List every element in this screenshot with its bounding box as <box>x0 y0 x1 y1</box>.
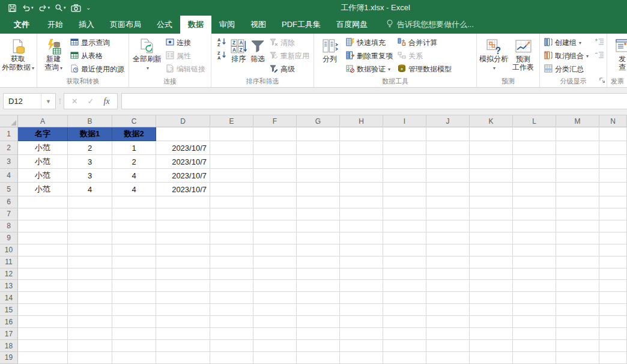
cell-M16[interactable] <box>556 316 599 328</box>
cell-C17[interactable] <box>112 328 156 340</box>
cell-K15[interactable] <box>470 304 513 316</box>
cell-G8[interactable] <box>297 220 340 232</box>
hide-detail-button[interactable] <box>592 49 607 62</box>
cell-D6[interactable] <box>156 196 210 208</box>
row-header-2[interactable]: 2 <box>0 141 18 155</box>
cell-J2[interactable] <box>426 141 470 155</box>
cell-N18[interactable] <box>599 340 627 352</box>
cell-L5[interactable] <box>513 183 556 196</box>
cell-A9[interactable] <box>18 232 68 244</box>
row-header-13[interactable]: 13 <box>0 280 18 292</box>
cell-F1[interactable] <box>253 127 297 141</box>
cell-M7[interactable] <box>556 208 599 220</box>
cell-M3[interactable] <box>556 155 599 169</box>
cell-D12[interactable] <box>156 268 210 281</box>
cell-L9[interactable] <box>513 232 556 244</box>
tab-view[interactable]: 视图 <box>243 16 274 34</box>
row-header-11[interactable]: 11 <box>0 256 18 268</box>
cell-D5[interactable]: 2023/10/7 <box>156 183 210 196</box>
redo-button[interactable]: ▾ <box>37 2 52 13</box>
row-header-1[interactable]: 1 <box>0 127 18 141</box>
invoice-lookup-button[interactable]: 发 查 <box>609 35 627 76</box>
remove-duplicates-button[interactable]: 删除重复项 <box>344 49 395 62</box>
cell-I13[interactable] <box>383 280 426 292</box>
undo-dropdown-icon[interactable]: ▾ <box>31 5 34 10</box>
cell-N14[interactable] <box>599 292 627 304</box>
show-detail-button[interactable] <box>592 36 607 49</box>
cell-E18[interactable] <box>210 340 253 352</box>
cell-M13[interactable] <box>556 280 599 292</box>
cell-N12[interactable] <box>599 268 627 281</box>
cell-J9[interactable] <box>426 232 470 244</box>
cell-E5[interactable] <box>210 183 253 196</box>
cell-L2[interactable] <box>513 141 556 155</box>
cell-D2[interactable]: 2023/10/7 <box>156 141 210 155</box>
cell-L3[interactable] <box>513 155 556 169</box>
cell-G3[interactable] <box>297 155 340 169</box>
cell-H10[interactable] <box>340 244 383 256</box>
cell-H6[interactable] <box>340 196 383 208</box>
row-header-4[interactable]: 4 <box>0 169 18 183</box>
sort-descending-button[interactable]: ZA <box>214 49 229 62</box>
filter-button[interactable]: 筛选 <box>249 35 267 76</box>
column-header-B[interactable]: B <box>68 115 112 127</box>
cell-M18[interactable] <box>556 340 599 352</box>
cell-B3[interactable]: 3 <box>68 155 112 169</box>
cell-H11[interactable] <box>340 256 383 268</box>
cell-N11[interactable] <box>599 256 627 268</box>
cell-A19[interactable] <box>18 352 68 364</box>
cell-B9[interactable] <box>68 232 112 244</box>
row-header-15[interactable]: 15 <box>0 304 18 316</box>
column-header-N[interactable]: N <box>599 115 627 127</box>
cell-E10[interactable] <box>210 244 253 256</box>
column-header-I[interactable]: I <box>383 115 426 127</box>
cell-E4[interactable] <box>210 169 253 183</box>
cell-I12[interactable] <box>383 268 426 281</box>
cell-A10[interactable] <box>18 244 68 256</box>
column-header-H[interactable]: H <box>340 115 383 127</box>
row-header-8[interactable]: 8 <box>0 220 18 232</box>
cell-H8[interactable] <box>340 220 383 232</box>
camera-button[interactable] <box>69 3 83 13</box>
tab-file[interactable]: 文件 <box>4 16 40 34</box>
cell-M9[interactable] <box>556 232 599 244</box>
cell-H9[interactable] <box>340 232 383 244</box>
from-table-button[interactable]: 从表格 <box>68 49 127 62</box>
column-header-J[interactable]: J <box>426 115 470 127</box>
cell-I4[interactable] <box>383 169 426 183</box>
cell-D3[interactable]: 2023/10/7 <box>156 155 210 169</box>
row-header-5[interactable]: 5 <box>0 183 18 196</box>
cell-F18[interactable] <box>253 340 297 352</box>
cell-H18[interactable] <box>340 340 383 352</box>
column-header-D[interactable]: D <box>156 115 210 127</box>
cell-A1[interactable]: 名字 <box>18 127 68 141</box>
cell-D14[interactable] <box>156 292 210 304</box>
cell-F19[interactable] <box>253 352 297 364</box>
cell-A16[interactable] <box>18 316 68 328</box>
cell-H14[interactable] <box>340 292 383 304</box>
cell-G6[interactable] <box>297 196 340 208</box>
cell-B18[interactable] <box>68 340 112 352</box>
tab-baidu-netdisk[interactable]: 百度网盘 <box>329 16 375 34</box>
cell-I5[interactable] <box>383 183 426 196</box>
column-header-K[interactable]: K <box>470 115 513 127</box>
cell-H17[interactable] <box>340 328 383 340</box>
row-header-19[interactable]: 19 <box>0 352 18 364</box>
cell-A2[interactable]: 小范 <box>18 141 68 155</box>
cell-E12[interactable] <box>210 268 253 281</box>
cell-E8[interactable] <box>210 220 253 232</box>
cell-J13[interactable] <box>426 280 470 292</box>
cell-D19[interactable] <box>156 352 210 364</box>
cell-J7[interactable] <box>426 208 470 220</box>
column-header-E[interactable]: E <box>210 115 253 127</box>
refresh-all-button[interactable]: 全部刷新 ▾ <box>131 35 163 76</box>
cell-N1[interactable] <box>599 127 627 141</box>
save-button[interactable] <box>6 2 19 14</box>
cell-J14[interactable] <box>426 292 470 304</box>
cell-I10[interactable] <box>383 244 426 256</box>
advanced-filter-button[interactable]: 高级 <box>267 62 312 76</box>
cell-L13[interactable] <box>513 280 556 292</box>
cell-L14[interactable] <box>513 292 556 304</box>
cell-A13[interactable] <box>18 280 68 292</box>
cell-K16[interactable] <box>470 316 513 328</box>
